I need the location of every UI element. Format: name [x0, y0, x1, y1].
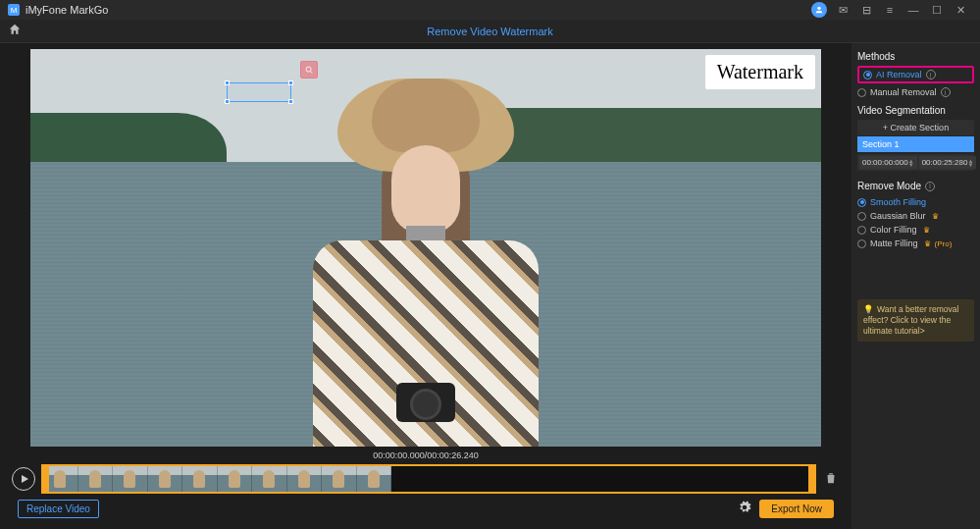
menu-icon[interactable]: ≡	[878, 4, 902, 16]
stepper-icon[interactable]: ▲▼	[967, 159, 973, 167]
timeline-trim-right-handle[interactable]	[808, 464, 816, 494]
close-icon[interactable]: ✕	[949, 4, 972, 17]
time-display: 00:00:00.000/00:00:26.240	[8, 447, 844, 464]
timeline-thumb	[182, 466, 218, 492]
radio-icon	[857, 226, 866, 235]
segment-item[interactable]: Section 1	[857, 136, 974, 152]
selection-tool-icon[interactable]	[300, 61, 318, 79]
crown-icon: ♛	[924, 239, 931, 248]
mode-matte-filling[interactable]: Matte Filling ♛ (Pro)	[857, 237, 974, 250]
lightbulb-icon: 💡	[863, 304, 874, 314]
delete-icon[interactable]	[822, 471, 840, 488]
minimize-icon[interactable]: —	[902, 4, 925, 16]
crown-icon: ♛	[932, 212, 939, 221]
radio-icon	[857, 88, 866, 97]
info-icon[interactable]: i	[941, 87, 951, 97]
page-title: Remove Video Watermark	[427, 26, 552, 37]
svg-point-1	[306, 67, 311, 72]
segment-end-time[interactable]: 00:00:25:280 ▲▼	[919, 156, 977, 169]
tool-bar: Remove Video Watermark	[0, 20, 980, 43]
time-value: 00:00:25:280	[922, 158, 968, 167]
tip-text: Want a better removal effect? Click to v…	[863, 304, 958, 336]
mode-gaussian-blur[interactable]: Gaussian Blur ♛	[857, 209, 974, 223]
watermark-overlay: Watermark	[705, 55, 815, 89]
timeline-thumb	[287, 466, 323, 492]
method-label: Manual Removal	[870, 87, 937, 97]
maximize-icon[interactable]: ☐	[925, 4, 949, 17]
pro-badge: (Pro)	[935, 239, 953, 248]
timeline-thumb	[113, 466, 148, 492]
app-title: iMyFone MarkGo	[26, 4, 108, 16]
timeline-thumb	[78, 466, 114, 492]
segmentation-heading: Video Segmentation	[857, 105, 974, 116]
info-icon[interactable]: i	[926, 70, 936, 79]
time-value: 00:00:00:000	[862, 158, 908, 167]
mode-color-filling[interactable]: Color Filling ♛	[857, 223, 974, 237]
info-icon[interactable]: i	[925, 182, 935, 191]
app-logo-icon: M	[8, 4, 20, 16]
settings-icon[interactable]	[738, 501, 751, 517]
radio-icon	[857, 198, 866, 207]
stepper-icon[interactable]: ▲▼	[908, 159, 914, 167]
watermark-selection-box[interactable]	[227, 82, 291, 102]
mode-label: Matte Filling	[870, 238, 918, 248]
tutorial-tip[interactable]: 💡Want a better removal effect? Click to …	[857, 299, 974, 342]
method-ai-removal[interactable]: AI Removal i	[857, 66, 974, 83]
mode-smooth-filling[interactable]: Smooth Filling	[857, 195, 974, 209]
mail-icon[interactable]: ✉	[831, 4, 854, 17]
radio-icon	[857, 239, 866, 248]
user-avatar-icon[interactable]	[811, 2, 827, 18]
timeline-playhead[interactable]	[45, 464, 47, 494]
segment-start-time[interactable]: 00:00:00:000 ▲▼	[859, 156, 917, 169]
home-icon[interactable]	[8, 23, 22, 39]
video-preview[interactable]: Watermark	[30, 49, 821, 447]
remove-mode-heading: Remove Mode i	[857, 181, 974, 191]
create-section-button[interactable]: + Create Section	[857, 120, 974, 135]
radio-icon	[857, 212, 866, 221]
mode-label: Gaussian Blur	[870, 211, 926, 221]
play-button[interactable]	[12, 467, 35, 491]
mode-label: Color Filling	[870, 225, 917, 235]
right-sidebar: Methods AI Removal i Manual Removal i Vi…	[851, 43, 980, 529]
export-button[interactable]: Export Now	[759, 500, 834, 518]
timeline-thumb	[218, 466, 253, 492]
svg-point-0	[817, 7, 820, 10]
timeline-thumb	[357, 466, 392, 492]
timeline-thumb	[322, 466, 357, 492]
timeline-thumb	[148, 466, 183, 492]
method-label: AI Removal	[876, 70, 922, 79]
mode-label: Smooth Filling	[870, 197, 926, 207]
feedback-icon[interactable]: ⊟	[854, 4, 878, 17]
radio-icon	[863, 71, 872, 79]
method-manual-removal[interactable]: Manual Removal i	[857, 85, 974, 99]
canvas-area: Watermark 00:00:00.000/00:00:26.240	[0, 43, 851, 529]
replace-video-button[interactable]: Replace Video	[18, 500, 99, 518]
crown-icon: ♛	[923, 226, 930, 235]
timeline-thumb	[252, 466, 287, 492]
title-bar: M iMyFone MarkGo ✉ ⊟ ≡ — ☐ ✕	[0, 0, 980, 20]
timeline-track[interactable]	[41, 464, 816, 494]
methods-heading: Methods	[857, 51, 974, 62]
